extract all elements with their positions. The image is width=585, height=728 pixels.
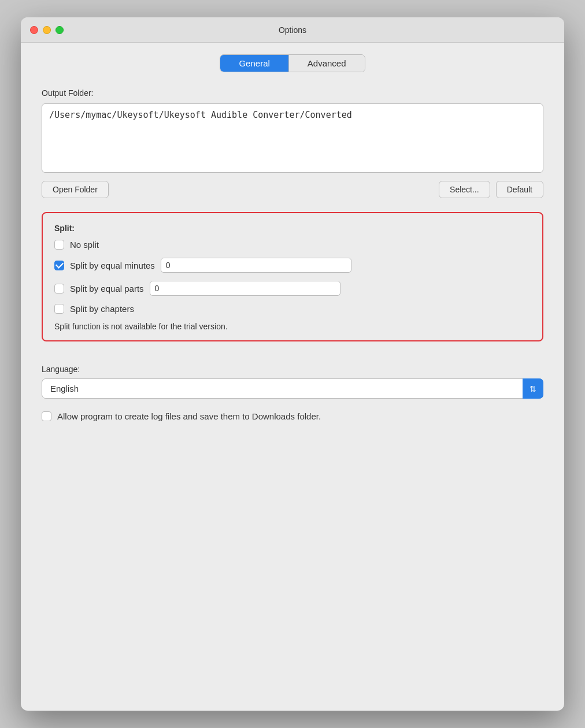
language-select[interactable]: English French German Spanish Italian Ja… [42, 378, 543, 399]
split-parts-option: Split by equal parts [54, 281, 531, 296]
split-minutes-checkbox[interactable] [54, 261, 64, 270]
window-content: General Advanced Output Folder: Open Fol… [21, 43, 564, 442]
no-split-option: No split [54, 240, 531, 250]
options-window: Options General Advanced Output Folder: … [21, 17, 564, 711]
split-section: Split: No split Split by equal minutes S… [42, 212, 543, 341]
split-chapters-label: Split by chapters [70, 304, 134, 314]
minimize-button[interactable] [43, 26, 51, 34]
language-section: Language: English French German Spanish … [42, 365, 543, 399]
tab-bar: General Advanced [42, 54, 543, 72]
split-parts-checkbox[interactable] [54, 284, 64, 294]
language-select-wrapper: English French German Spanish Italian Ja… [42, 378, 543, 399]
folder-btn-right: Select... Default [439, 181, 543, 198]
no-split-checkbox[interactable] [54, 240, 64, 250]
log-option: Allow program to create log files and sa… [42, 411, 543, 421]
default-button[interactable]: Default [496, 181, 543, 198]
folder-btn-left: Open Folder [42, 181, 109, 198]
tab-group: General Advanced [220, 54, 365, 72]
folder-buttons: Open Folder Select... Default [42, 181, 543, 198]
split-notice: Split function is not available for the … [54, 322, 531, 331]
maximize-button[interactable] [55, 26, 64, 34]
select-button[interactable]: Select... [439, 181, 490, 198]
log-label: Allow program to create log files and sa… [57, 411, 321, 421]
split-minutes-label: Split by equal minutes [70, 261, 155, 270]
traffic-lights [30, 26, 64, 34]
log-checkbox[interactable] [42, 411, 51, 421]
close-button[interactable] [30, 26, 38, 34]
split-parts-input[interactable] [150, 281, 340, 296]
open-folder-button[interactable]: Open Folder [42, 181, 109, 198]
tab-advanced[interactable]: Advanced [289, 55, 365, 72]
output-folder-label: Output Folder: [42, 88, 543, 98]
split-title: Split: [54, 224, 531, 233]
split-chapters-option: Split by chapters [54, 304, 531, 314]
split-chapters-checkbox[interactable] [54, 304, 64, 314]
split-minutes-option: Split by equal minutes [54, 258, 531, 273]
no-split-label: No split [70, 240, 99, 250]
split-parts-label: Split by equal parts [70, 284, 144, 294]
language-label: Language: [42, 365, 543, 374]
output-folder-input[interactable] [42, 103, 543, 173]
window-title: Options [279, 25, 306, 35]
split-minutes-input[interactable] [161, 258, 351, 273]
title-bar: Options [21, 17, 564, 43]
tab-general[interactable]: General [220, 55, 288, 72]
